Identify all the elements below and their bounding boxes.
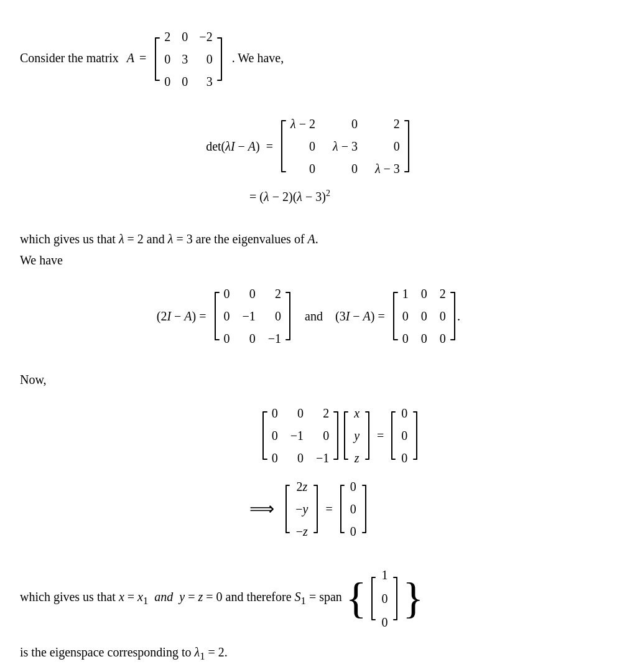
vec-impl-right-grid: 0 0 0 — [350, 477, 356, 541]
cell: 0 — [224, 307, 230, 325]
eigenvalue-text: which gives us that λ = 2 and λ = 3 are … — [20, 232, 318, 246]
bracket-left-A — [153, 37, 162, 82]
vec-xyz-grid: x y z — [354, 404, 360, 467]
cell: 3 — [199, 71, 212, 92]
cell: 0 — [224, 284, 230, 303]
cell: 2 — [375, 114, 400, 133]
cell: −2 — [199, 26, 212, 47]
cell: 0 — [350, 522, 356, 541]
cell: 1 — [402, 284, 409, 303]
two-matrices-block: (2I − A) = 002 0−10 00−1 and (3I − A) = … — [20, 281, 597, 352]
cell: 0 — [333, 114, 358, 133]
cell: 0 — [401, 404, 407, 422]
bracket-left-sys — [261, 411, 269, 460]
bracket-right-2IA — [284, 291, 292, 341]
bracket-left-impl — [284, 484, 292, 534]
cell: −y — [295, 500, 308, 518]
cell: 0 — [421, 284, 427, 303]
cell: −1 — [243, 307, 256, 325]
vec-zero-grid: 0 0 0 — [401, 404, 407, 467]
cell: 0 — [375, 137, 400, 156]
cell: −1 — [316, 449, 329, 467]
bracket-left-xyz — [343, 411, 350, 460]
cell: 0 — [401, 426, 407, 445]
cell: 0 — [381, 612, 387, 633]
bracket-left-zero — [390, 411, 397, 460]
matrix-3IA: 102 000 000 — [391, 284, 457, 348]
we-have-2: We have — [20, 253, 63, 267]
sys-matrix: 002 0−10 00−1 — [261, 404, 341, 467]
det-matrix-grid: λ − 202 0λ − 30 00λ − 3 — [290, 114, 400, 178]
cell: 0 — [350, 477, 356, 496]
cell: 0 — [290, 137, 315, 156]
impl-equals: = — [325, 500, 332, 518]
cell: 0 — [350, 500, 356, 518]
cell: 0 — [243, 284, 256, 303]
cell: 2 — [268, 284, 281, 303]
cell: 2 — [164, 26, 170, 47]
cell: 0 — [272, 449, 278, 467]
vec-implies-left: 2z −y −z — [284, 477, 319, 541]
cell: 0 — [402, 329, 409, 348]
cell: λ − 3 — [375, 159, 400, 178]
cell: 0 — [290, 159, 315, 178]
sys-matrix-grid: 002 0−10 00−1 — [272, 404, 330, 467]
bracket-left-3IA — [391, 291, 400, 341]
span-close-brace: } — [402, 577, 424, 620]
2IA-label: (2I − A) = — [157, 307, 206, 325]
det-matrix: λ − 202 0λ − 30 00λ − 3 — [279, 114, 411, 178]
det-result: = (λ − 2)(λ − 3)2 — [249, 187, 330, 206]
vec-xyz: x y z — [343, 404, 371, 467]
cell: 3 — [182, 49, 188, 70]
bracket-right-det — [402, 119, 411, 173]
vec-impl-left-grid: 2z −y −z — [295, 477, 308, 541]
bracket-left-det — [279, 119, 288, 173]
bracket-left-span — [370, 576, 378, 621]
bracket-right-span — [391, 576, 399, 621]
page-content: Consider the matrix A= 20−2 030 003 . We… — [20, 26, 597, 665]
cell: −1 — [290, 426, 304, 445]
cell: 0 — [440, 329, 446, 348]
cell: 0 — [381, 588, 387, 609]
system-row2: ⟹ 2z −y −z = 0 0 0 — [249, 477, 367, 541]
bracket-right-A — [215, 37, 224, 82]
cell: 0 — [402, 307, 409, 325]
3IA-label: (3I − A) = — [335, 307, 385, 325]
intro-text: Consider the matrix — [20, 51, 119, 65]
cell: λ − 2 — [290, 114, 315, 133]
span-vec-grid: 1 0 0 — [381, 564, 387, 633]
period-we-have: . We have, — [232, 51, 284, 65]
det-matrix-row: det(λI − A) = λ − 202 0λ − 30 00λ − 3 — [206, 114, 411, 178]
bracket-right-xyz — [363, 411, 371, 460]
bracket-left-2IA — [213, 291, 221, 341]
intro-paragraph: Consider the matrix A= 20−2 030 003 . We… — [20, 26, 597, 92]
cell: 0 — [290, 404, 304, 422]
cell: 0 — [243, 329, 256, 348]
det-block: det(λI − A) = λ − 202 0λ − 30 00λ − 3 = … — [20, 111, 597, 210]
two-matrices-row: (2I − A) = 002 0−10 00−1 and (3I − A) = … — [157, 284, 461, 348]
matrix-2IA-grid: 002 0−10 00−1 — [224, 284, 282, 348]
cell: 0 — [421, 307, 427, 325]
cell: 0 — [182, 26, 188, 47]
det-result-row: = (λ − 2)(λ − 3)2 — [287, 187, 330, 206]
cell: 0 — [182, 71, 188, 92]
cell: 0 — [199, 49, 212, 70]
bracket-right-3IA — [448, 291, 457, 341]
cell: λ − 3 — [333, 137, 358, 156]
det-label: det(λI − A) — [206, 137, 260, 156]
cell: 0 — [272, 426, 278, 445]
cell: 0 — [333, 159, 358, 178]
cell: −z — [295, 522, 308, 541]
cell: 0 — [272, 404, 278, 422]
cell: 2 — [440, 284, 446, 303]
matrix-2IA: 002 0−10 00−1 — [213, 284, 293, 348]
cell: 0 — [164, 49, 170, 70]
final-text: is the eigenspace corresponding to λ1 = … — [20, 645, 228, 659]
cell: x — [354, 404, 360, 422]
det-equals: = — [266, 137, 273, 156]
sys-equals: = — [377, 426, 384, 445]
span-vec: 1 0 0 — [370, 564, 399, 633]
period: . — [457, 306, 461, 326]
span-open-brace: { — [346, 577, 367, 620]
implies-arrow: ⟹ — [249, 496, 274, 522]
